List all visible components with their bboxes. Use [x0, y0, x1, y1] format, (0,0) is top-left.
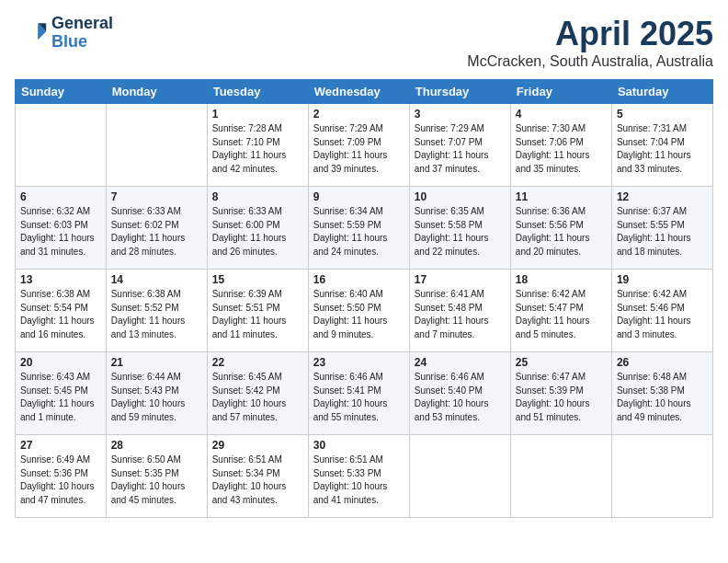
calendar-week-row: 13Sunrise: 6:38 AM Sunset: 5:54 PM Dayli… [16, 270, 713, 352]
day-number: 28 [111, 439, 202, 452]
day-info: Sunrise: 6:32 AM Sunset: 6:03 PM Dayligh… [20, 205, 101, 259]
calendar-cell: 1Sunrise: 7:28 AM Sunset: 7:10 PM Daylig… [207, 104, 308, 187]
logo-line2: Blue [51, 33, 113, 52]
calendar-cell: 14Sunrise: 6:38 AM Sunset: 5:52 PM Dayli… [106, 270, 207, 352]
calendar-cell [510, 435, 611, 518]
day-info: Sunrise: 6:40 AM Sunset: 5:50 PM Dayligh… [313, 288, 404, 341]
calendar-cell: 6Sunrise: 6:32 AM Sunset: 6:03 PM Daylig… [16, 187, 107, 270]
calendar-cell: 23Sunrise: 6:46 AM Sunset: 5:41 PM Dayli… [308, 352, 409, 435]
calendar-cell: 13Sunrise: 6:38 AM Sunset: 5:54 PM Dayli… [16, 270, 107, 352]
day-number: 27 [20, 439, 101, 452]
day-info: Sunrise: 6:34 AM Sunset: 5:59 PM Dayligh… [313, 205, 404, 259]
day-info: Sunrise: 7:29 AM Sunset: 7:07 PM Dayligh… [415, 122, 506, 176]
month-title: April 2025 [467, 15, 713, 53]
day-number: 16 [313, 273, 404, 286]
calendar-cell: 25Sunrise: 6:47 AM Sunset: 5:39 PM Dayli… [510, 352, 611, 435]
day-info: Sunrise: 6:41 AM Sunset: 5:48 PM Dayligh… [415, 288, 506, 341]
day-info: Sunrise: 6:43 AM Sunset: 5:45 PM Dayligh… [20, 371, 101, 424]
logo-icon [15, 17, 48, 50]
calendar-cell: 19Sunrise: 6:42 AM Sunset: 5:46 PM Dayli… [611, 270, 712, 352]
title-block: April 2025 McCracken, South Australia, A… [467, 15, 713, 70]
calendar-cell: 17Sunrise: 6:41 AM Sunset: 5:48 PM Dayli… [409, 270, 510, 352]
day-info: Sunrise: 6:49 AM Sunset: 5:36 PM Dayligh… [20, 454, 101, 507]
weekday-header: Friday [510, 80, 611, 104]
calendar-cell: 26Sunrise: 6:48 AM Sunset: 5:38 PM Dayli… [611, 352, 712, 435]
day-number: 13 [20, 273, 101, 286]
day-number: 26 [617, 356, 708, 369]
calendar-cell: 12Sunrise: 6:37 AM Sunset: 5:55 PM Dayli… [611, 187, 712, 270]
calendar-cell: 15Sunrise: 6:39 AM Sunset: 5:51 PM Dayli… [207, 270, 308, 352]
calendar-cell: 10Sunrise: 6:35 AM Sunset: 5:58 PM Dayli… [409, 187, 510, 270]
weekday-header: Wednesday [308, 80, 409, 104]
calendar-cell: 11Sunrise: 6:36 AM Sunset: 5:56 PM Dayli… [510, 187, 611, 270]
weekday-header: Tuesday [207, 80, 308, 104]
day-number: 3 [415, 108, 506, 121]
weekday-header: Monday [106, 80, 207, 104]
calendar-cell: 2Sunrise: 7:29 AM Sunset: 7:09 PM Daylig… [308, 104, 409, 187]
day-number: 21 [111, 356, 202, 369]
day-number: 11 [516, 190, 607, 203]
calendar-week-row: 1Sunrise: 7:28 AM Sunset: 7:10 PM Daylig… [16, 104, 713, 187]
calendar-cell [611, 435, 712, 518]
day-number: 1 [212, 108, 303, 121]
logo: General Blue [15, 15, 113, 52]
day-info: Sunrise: 6:42 AM Sunset: 5:46 PM Dayligh… [617, 288, 708, 341]
calendar-cell: 16Sunrise: 6:40 AM Sunset: 5:50 PM Dayli… [308, 270, 409, 352]
day-number: 15 [212, 273, 303, 286]
day-info: Sunrise: 6:44 AM Sunset: 5:43 PM Dayligh… [111, 371, 202, 424]
day-number: 25 [516, 356, 607, 369]
calendar-cell: 9Sunrise: 6:34 AM Sunset: 5:59 PM Daylig… [308, 187, 409, 270]
logo-text: General Blue [51, 15, 113, 52]
calendar-cell: 24Sunrise: 6:46 AM Sunset: 5:40 PM Dayli… [409, 352, 510, 435]
day-number: 4 [516, 108, 607, 121]
day-info: Sunrise: 6:36 AM Sunset: 5:56 PM Dayligh… [516, 205, 607, 259]
day-info: Sunrise: 6:38 AM Sunset: 5:54 PM Dayligh… [20, 288, 101, 341]
day-number: 6 [20, 190, 101, 203]
calendar-week-row: 20Sunrise: 6:43 AM Sunset: 5:45 PM Dayli… [16, 352, 713, 435]
day-number: 8 [212, 190, 303, 203]
weekday-header: Thursday [409, 80, 510, 104]
day-info: Sunrise: 6:42 AM Sunset: 5:47 PM Dayligh… [516, 288, 607, 341]
day-number: 9 [313, 190, 404, 203]
day-number: 10 [415, 190, 506, 203]
day-number: 2 [313, 108, 404, 121]
day-number: 17 [415, 273, 506, 286]
day-info: Sunrise: 6:39 AM Sunset: 5:51 PM Dayligh… [212, 288, 303, 341]
calendar-cell: 22Sunrise: 6:45 AM Sunset: 5:42 PM Dayli… [207, 352, 308, 435]
day-number: 23 [313, 356, 404, 369]
calendar-cell: 20Sunrise: 6:43 AM Sunset: 5:45 PM Dayli… [16, 352, 107, 435]
calendar-table: SundayMondayTuesdayWednesdayThursdayFrid… [15, 79, 713, 518]
day-info: Sunrise: 6:46 AM Sunset: 5:41 PM Dayligh… [313, 371, 404, 424]
day-info: Sunrise: 6:45 AM Sunset: 5:42 PM Dayligh… [212, 371, 303, 424]
weekday-header-row: SundayMondayTuesdayWednesdayThursdayFrid… [16, 80, 713, 104]
day-number: 29 [212, 439, 303, 452]
location-title: McCracken, South Australia, Australia [467, 53, 713, 70]
day-number: 30 [313, 439, 404, 452]
day-number: 14 [111, 273, 202, 286]
day-number: 7 [111, 190, 202, 203]
calendar-cell [409, 435, 510, 518]
day-info: Sunrise: 6:51 AM Sunset: 5:34 PM Dayligh… [212, 454, 303, 507]
calendar-cell [106, 104, 207, 187]
calendar-cell: 18Sunrise: 6:42 AM Sunset: 5:47 PM Dayli… [510, 270, 611, 352]
day-info: Sunrise: 6:38 AM Sunset: 5:52 PM Dayligh… [111, 288, 202, 341]
day-info: Sunrise: 6:46 AM Sunset: 5:40 PM Dayligh… [415, 371, 506, 424]
day-number: 24 [415, 356, 506, 369]
day-number: 20 [20, 356, 101, 369]
day-number: 19 [617, 273, 708, 286]
day-number: 18 [516, 273, 607, 286]
calendar-week-row: 6Sunrise: 6:32 AM Sunset: 6:03 PM Daylig… [16, 187, 713, 270]
calendar-cell: 21Sunrise: 6:44 AM Sunset: 5:43 PM Dayli… [106, 352, 207, 435]
day-info: Sunrise: 6:50 AM Sunset: 5:35 PM Dayligh… [111, 454, 202, 507]
day-info: Sunrise: 6:48 AM Sunset: 5:38 PM Dayligh… [617, 371, 708, 424]
calendar-cell: 30Sunrise: 6:51 AM Sunset: 5:33 PM Dayli… [308, 435, 409, 518]
page-header: General Blue April 2025 McCracken, South… [15, 15, 713, 70]
weekday-header: Saturday [611, 80, 712, 104]
calendar-cell: 4Sunrise: 7:30 AM Sunset: 7:06 PM Daylig… [510, 104, 611, 187]
day-info: Sunrise: 7:31 AM Sunset: 7:04 PM Dayligh… [617, 122, 708, 176]
day-info: Sunrise: 6:47 AM Sunset: 5:39 PM Dayligh… [516, 371, 607, 424]
calendar-cell: 5Sunrise: 7:31 AM Sunset: 7:04 PM Daylig… [611, 104, 712, 187]
calendar-cell: 28Sunrise: 6:50 AM Sunset: 5:35 PM Dayli… [106, 435, 207, 518]
day-number: 22 [212, 356, 303, 369]
day-info: Sunrise: 7:29 AM Sunset: 7:09 PM Dayligh… [313, 122, 404, 176]
